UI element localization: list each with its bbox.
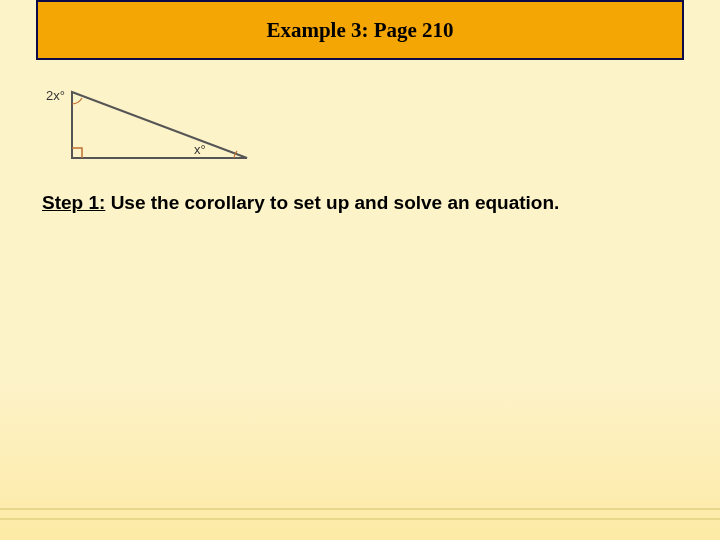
top-angle-arc xyxy=(72,98,82,104)
angle-label-top: 2x° xyxy=(46,88,65,103)
right-angle-marker xyxy=(72,148,82,158)
angle-label-bottom-right: x° xyxy=(194,142,206,157)
step-heading: Step 1: xyxy=(42,192,105,213)
step-body: Use the corollary to set up and solve an… xyxy=(105,192,559,213)
header-title: Example 3: Page 210 xyxy=(266,18,453,43)
decorative-stripe-1 xyxy=(0,508,720,510)
triangle-outline xyxy=(72,92,247,158)
step-line: Step 1: Use the corollary to set up and … xyxy=(42,192,678,214)
triangle-figure: 2x° x° xyxy=(42,80,262,170)
triangle-svg: 2x° x° xyxy=(42,80,262,170)
decorative-stripe-2 xyxy=(0,518,720,520)
header-bar: Example 3: Page 210 xyxy=(36,0,684,60)
